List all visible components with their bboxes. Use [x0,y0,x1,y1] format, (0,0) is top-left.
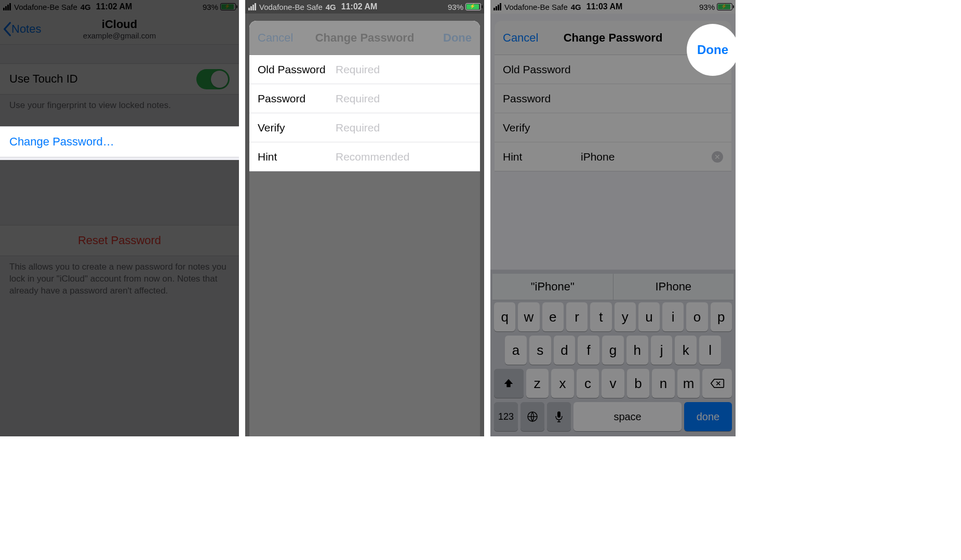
key-z[interactable]: z [526,369,549,398]
key-k[interactable]: k [675,336,697,365]
password-row[interactable]: Password Required [249,84,480,113]
password-placeholder: Required [336,92,380,105]
old-password-label: Old Password [503,63,581,76]
keyboard: "iPhone" IPhone qwertyuiop asdfghjkl zxc… [490,270,736,436]
key-g[interactable]: g [602,336,624,365]
verify-row[interactable]: Verify Required [249,113,480,142]
key-j[interactable]: j [651,336,673,365]
verify-label: Verify [503,122,581,134]
signal-icon [493,3,501,10]
change-password-sheet: Cancel Change Password Done Old Password… [249,21,480,436]
key-w[interactable]: w [518,302,539,331]
backspace-key[interactable] [702,369,732,398]
keyboard-row-3: zxcvbnm [492,367,733,400]
key-r[interactable]: r [566,302,588,331]
battery-percent: 93% [699,3,715,11]
change-password-label: Change Password… [9,135,114,149]
key-t[interactable]: t [590,302,611,331]
shift-key[interactable] [494,369,524,398]
globe-icon [526,410,539,423]
screenshot-1-settings: Vodafone-Be Safe 4G 11:02 AM 93% Notes i… [0,0,245,436]
old-password-placeholder: Required [336,63,380,76]
dim-bottom [0,160,239,436]
status-time: 11:03 AM [586,2,623,11]
suggestion-2[interactable]: IPhone [613,274,734,300]
keyboard-row-2: asdfghjkl [492,334,733,367]
backspace-icon [710,378,725,389]
svg-rect-1 [557,411,560,418]
key-e[interactable]: e [542,302,564,331]
old-password-label: Old Password [258,63,336,76]
battery-percent: 93% [448,3,463,11]
space-key[interactable]: space [573,402,681,431]
done-highlight-circle: Done [687,24,736,76]
key-a[interactable]: a [505,336,527,365]
key-h[interactable]: h [626,336,648,365]
hint-row[interactable]: Hint iPhone ✕ [495,142,731,171]
key-b[interactable]: b [627,369,650,398]
status-bar: Vodafone-Be Safe 4G 11:03 AM 93% [490,0,736,14]
hint-row[interactable]: Hint Recommended [249,142,480,171]
status-bar: Vodafone-Be Safe 4G 11:02 AM 93% [245,0,484,14]
key-y[interactable]: y [615,302,636,331]
hint-label: Hint [258,151,336,163]
change-password-row[interactable]: Change Password… [0,126,239,157]
suggestion-1[interactable]: "iPhone" [492,274,613,300]
hint-label: Hint [503,151,581,163]
key-p[interactable]: p [711,302,732,331]
sheet-nav-dim [249,21,480,55]
sheet-empty-area [249,171,480,436]
password-label: Password [258,92,336,105]
dim-top [0,0,239,129]
key-d[interactable]: d [554,336,576,365]
carrier-label: Vodafone-Be Safe [504,3,568,11]
key-f[interactable]: f [578,336,599,365]
key-c[interactable]: c [577,369,599,398]
carrier-label: Vodafone-Be Safe [259,3,323,11]
password-row[interactable]: Password [495,84,731,113]
mic-key[interactable] [547,402,571,431]
status-time: 11:02 AM [341,2,378,11]
password-label: Password [503,92,581,105]
suggestion-bar: "iPhone" IPhone [492,274,733,300]
sheet-title: Change Password [564,31,663,45]
keyboard-row-4: 123 space done [492,400,733,433]
hint-value: iPhone [581,151,709,163]
shift-icon [503,378,514,389]
key-l[interactable]: l [699,336,721,365]
network-type: 4G [326,3,336,11]
network-type: 4G [571,3,581,11]
cancel-button[interactable]: Cancel [503,31,538,45]
numbers-key[interactable]: 123 [494,402,518,431]
verify-label: Verify [258,122,336,134]
signal-icon [248,3,256,10]
key-u[interactable]: u [638,302,660,331]
key-s[interactable]: s [529,336,551,365]
screenshot-2-change-password-sheet: Vodafone-Be Safe 4G 11:02 AM 93% Cancel … [245,0,490,436]
clear-icon[interactable]: ✕ [712,151,723,163]
key-o[interactable]: o [686,302,708,331]
keyboard-row-1: qwertyuiop [492,300,733,334]
battery-icon [717,3,732,10]
battery-icon [465,3,481,10]
hint-placeholder: Recommended [336,151,409,163]
verify-placeholder: Required [336,122,380,134]
mic-icon [554,410,564,423]
screenshot-3-done-highlight: Vodafone-Be Safe 4G 11:03 AM 93% Cancel … [490,0,736,436]
verify-row[interactable]: Verify [495,113,731,142]
key-i[interactable]: i [662,302,684,331]
key-x[interactable]: x [551,369,574,398]
old-password-row[interactable]: Old Password Required [249,55,480,84]
key-m[interactable]: m [677,369,700,398]
key-n[interactable]: n [652,369,675,398]
key-v[interactable]: v [602,369,624,398]
keyboard-done-key[interactable]: done [684,402,732,431]
globe-key[interactable] [520,402,544,431]
done-highlight-label[interactable]: Done [697,43,728,57]
key-q[interactable]: q [494,302,515,331]
